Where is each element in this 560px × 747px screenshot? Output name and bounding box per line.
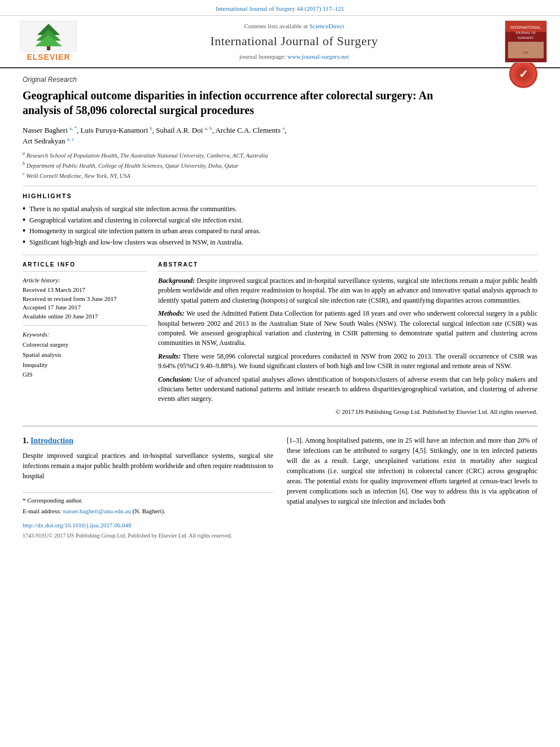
keywords-label: Keywords: bbox=[23, 330, 147, 339]
journal-title: International Journal of Surgery bbox=[88, 33, 500, 50]
results-label: Results: bbox=[158, 352, 181, 360]
highlights-section: HIGHLIGHTS There is no spatial analysis … bbox=[23, 186, 537, 255]
crossmark-icon: ✓ bbox=[509, 60, 537, 88]
elsevier-brand-text: ELSEVIER bbox=[27, 52, 70, 63]
conclusion-label: Conclusion: bbox=[158, 375, 193, 383]
conclusion-text: Use of advanced spatial analyses allows … bbox=[158, 375, 537, 403]
affiliation-c: c Weill Cornell Medicine, New York, NY, … bbox=[23, 171, 537, 180]
received-date: Received 13 March 2017 Received in revis… bbox=[23, 286, 147, 321]
authors-line: Nasser Bagheri a, *, Luis Furuya-Kanamor… bbox=[23, 124, 537, 147]
abstract-background: Background: Despite improved surgical pr… bbox=[158, 276, 537, 305]
journal-info-center: Contents lists available at ScienceDirec… bbox=[88, 22, 500, 62]
author-art: Art Sedrakyan a, c bbox=[23, 137, 74, 145]
article-type-label: Original Research bbox=[23, 75, 537, 85]
intro-section-number: 1. bbox=[23, 436, 29, 445]
reference-text: International Journal of Surgery 44 (201… bbox=[216, 5, 344, 12]
main-section-divider bbox=[23, 426, 537, 426]
author-suhail: Suhail A.R. Doi a, b, bbox=[156, 126, 215, 134]
keywords-list: Colorectal surgery Spatial analysis Ineq… bbox=[23, 340, 147, 379]
doi-link-area: http://dx.doi.org/10.1016/j.ijsu.2017.06… bbox=[23, 521, 273, 530]
article-info-header: ARTICLE INFO bbox=[23, 261, 147, 272]
highlights-title: HIGHLIGHTS bbox=[23, 192, 537, 200]
elsevier-logo: ELSEVIER bbox=[9, 21, 88, 63]
background-label: Background: bbox=[158, 277, 195, 285]
keyword-4: GIS bbox=[23, 370, 147, 380]
svg-rect-10 bbox=[508, 42, 543, 58]
abstract-conclusion: Conclusion: Use of advanced spatial anal… bbox=[158, 375, 537, 404]
article-info-abstract-section: ARTICLE INFO Article history: Received 1… bbox=[23, 261, 537, 417]
svg-text:IJS: IJS bbox=[523, 51, 528, 55]
abstract-text: Background: Despite improved surgical pr… bbox=[158, 276, 537, 417]
journal-cover-image: INTERNATIONAL JOURNAL OF SURGERY IJS bbox=[505, 20, 547, 63]
highlight-item-4: Significant high-high and low-low cluste… bbox=[23, 238, 537, 247]
journal-logo-right: INTERNATIONAL JOURNAL OF SURGERY IJS bbox=[500, 20, 551, 63]
keyword-1: Colorectal surgery bbox=[23, 340, 147, 350]
affiliation-a: a Research School of Population Health, … bbox=[23, 150, 537, 160]
history-label: Article history: bbox=[23, 276, 147, 285]
elsevier-tree-image bbox=[20, 21, 77, 52]
sciencedirect-link[interactable]: ScienceDirect bbox=[309, 23, 344, 29]
affiliation-b: b Department of Public Health, College o… bbox=[23, 160, 537, 170]
journal-homepage-link[interactable]: www.journal-surgery.net bbox=[287, 53, 349, 60]
doi-link[interactable]: http://dx.doi.org/10.1016/j.ijsu.2017.06… bbox=[23, 522, 132, 528]
email-link[interactable]: nasser.bagheri@anu.edu.au bbox=[63, 508, 130, 514]
abstract-header: ABSTRACT bbox=[158, 261, 537, 272]
email-note: E-mail address: nasser.bagheri@anu.edu.a… bbox=[23, 507, 273, 516]
author-nasser: Nasser Bagheri a, *, bbox=[23, 126, 81, 134]
abstract-copyright: © 2017 IJS Publishing Group Ltd. Publish… bbox=[158, 408, 537, 417]
introduction-section: 1. Introduction Despite improved surgica… bbox=[23, 435, 537, 540]
intro-section-title: 1. Introduction bbox=[23, 435, 273, 447]
highlight-item-3: Homogeneity in surgical site infection p… bbox=[23, 226, 537, 236]
methods-label: Methods: bbox=[158, 309, 185, 317]
intro-right-column: [1–3]. Among hospitalised patients, one … bbox=[287, 435, 537, 540]
abstract-methods: Methods: We used the Admitted Patient Da… bbox=[158, 309, 537, 348]
highlight-item-1: There is no spatial analysis of surgical… bbox=[23, 204, 537, 214]
crossmark-area: ✓ bbox=[509, 60, 537, 88]
journal-reference: International Journal of Surgery 44 (201… bbox=[0, 0, 560, 16]
main-content: Original Research ✓ Geographical outcome… bbox=[0, 68, 560, 551]
author-archie: Archie C.A. Clements a, bbox=[215, 126, 286, 134]
info-divider bbox=[23, 325, 147, 326]
background-text: Despite improved surgical practices and … bbox=[158, 277, 537, 304]
svg-text:SURGERY: SURGERY bbox=[517, 37, 533, 40]
keyword-3: Inequality bbox=[23, 360, 147, 370]
sciencedirect-line: Contents lists available at ScienceDirec… bbox=[88, 22, 500, 30]
author-luis: Luis Furuya-Kanamori b, bbox=[81, 126, 156, 134]
journal-homepage-line: journal homepage: www.journal-surgery.ne… bbox=[88, 53, 500, 61]
highlight-item-2: Geographical variation and clustering in… bbox=[23, 216, 537, 225]
abstract-results: Results: There were 58,096 colorectal su… bbox=[158, 352, 537, 372]
article-title: Geographical outcome disparities in infe… bbox=[23, 88, 463, 117]
intro-body-right: [1–3]. Among hospitalised patients, one … bbox=[287, 435, 537, 506]
intro-body-left: Despite improved surgical practices and … bbox=[23, 451, 273, 481]
abstract-column: ABSTRACT Background: Despite improved su… bbox=[158, 261, 537, 417]
intro-left-column: 1. Introduction Despite improved surgica… bbox=[23, 435, 273, 540]
results-text: There were 58,096 colorectal surgical pr… bbox=[158, 352, 537, 370]
keyword-2: Spatial analysis bbox=[23, 350, 147, 360]
methods-text: We used the Admitted Patient Data Collec… bbox=[158, 309, 537, 347]
article-info-column: ARTICLE INFO Article history: Received 1… bbox=[23, 261, 147, 417]
journal-header: ELSEVIER Contents lists available at Sci… bbox=[0, 16, 560, 68]
svg-text:JOURNAL OF: JOURNAL OF bbox=[515, 32, 536, 35]
bottom-copyright: 1743-9191/© 2017 IJS Publishing Group Lt… bbox=[23, 532, 273, 540]
corresponding-author-note: * Corresponding author. bbox=[23, 496, 273, 505]
footnote-area: * Corresponding author. E-mail address: … bbox=[23, 492, 273, 516]
intro-section-title-text: Introduction bbox=[30, 436, 73, 445]
svg-text:INTERNATIONAL: INTERNATIONAL bbox=[510, 25, 541, 29]
affiliations: a Research School of Population Health, … bbox=[23, 150, 537, 181]
